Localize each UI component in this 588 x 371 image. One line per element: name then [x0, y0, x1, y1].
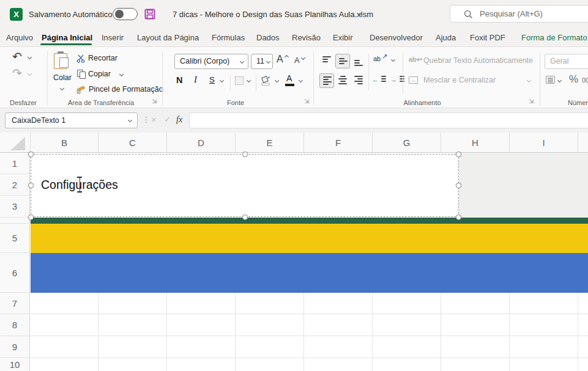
orientation-button[interactable]: ab	[373, 55, 381, 62]
borders-dropdown-icon[interactable]	[247, 78, 251, 83]
tab-pagina-inicial[interactable]: Página Inicial	[42, 33, 92, 42]
resize-handle-top-middle[interactable]	[242, 152, 248, 157]
italic-button[interactable]: I	[194, 75, 197, 85]
paste-button[interactable]: Colar	[50, 51, 75, 97]
merge-center-dropdown-icon[interactable]	[527, 78, 531, 83]
copy-dropdown-icon[interactable]	[119, 72, 124, 76]
font-size-combo[interactable]: 11	[251, 54, 273, 69]
autosave-toggle[interactable]	[113, 8, 138, 20]
tab-desenvolvedor[interactable]: Desenvolvedor	[370, 33, 423, 42]
column-header-B[interactable]: B	[31, 133, 99, 152]
font-color-dropdown-icon[interactable]	[299, 78, 303, 83]
row-header-2[interactable]: 2	[0, 174, 30, 196]
select-all-corner[interactable]	[0, 133, 31, 152]
cells-grey-region[interactable]	[459, 153, 588, 218]
alignment-dialog-launcher-icon[interactable]: ⇲	[529, 98, 534, 105]
row-header-4[interactable]	[0, 218, 30, 224]
underline-dropdown-icon[interactable]	[220, 78, 224, 83]
tab-forma-de-formato[interactable]: Forma de Formato	[521, 33, 587, 42]
align-right-button[interactable]	[351, 73, 366, 88]
column-header-partial[interactable]	[578, 133, 588, 152]
clipboard-dialog-launcher-icon[interactable]: ⇲	[152, 98, 157, 105]
resize-handle-top-right[interactable]	[456, 152, 461, 157]
row-4-green-band[interactable]	[31, 218, 588, 224]
fill-color-icon[interactable]	[261, 75, 272, 86]
format-painter-button[interactable]: Pincel de Formatação	[89, 85, 163, 94]
textbox-shape[interactable]: Configurações	[31, 154, 459, 217]
row-header-7[interactable]: 7	[0, 293, 30, 314]
search-box[interactable]: Pesquisar (Alt+G)	[450, 5, 588, 23]
row-header-1[interactable]: 1	[0, 153, 30, 174]
row-5-yellow-band[interactable]	[31, 224, 588, 253]
align-left-button[interactable]	[319, 73, 334, 88]
column-header-F[interactable]: F	[304, 133, 373, 152]
merge-center-button[interactable]: Mesclar e Centralizar	[423, 76, 496, 84]
font-color-button[interactable]: A	[286, 73, 292, 83]
grow-font-button[interactable]: A	[277, 54, 283, 65]
thousands-separator-button[interactable]: 000	[582, 76, 588, 84]
column-header-G[interactable]: G	[373, 133, 441, 152]
fill-color-dropdown-icon[interactable]	[275, 78, 279, 83]
row-header-8[interactable]: 8	[0, 314, 30, 336]
insert-function-button[interactable]: fx	[176, 115, 182, 125]
align-bottom-button[interactable]	[351, 54, 366, 68]
column-header-C[interactable]: C	[99, 133, 167, 152]
copy-button[interactable]: Copiar	[88, 70, 111, 78]
font-dialog-launcher-icon[interactable]: ⇲	[304, 98, 309, 105]
tab-layout-da-pagina[interactable]: Layout da Página	[137, 33, 199, 42]
column-header-label: B	[61, 138, 67, 148]
formula-bar-grip-icon[interactable]: ⋮	[143, 116, 150, 124]
column-header-D[interactable]: D	[167, 133, 236, 152]
confirm-entry-icon[interactable]: ✓	[164, 115, 171, 124]
row-header-3[interactable]: 3	[0, 196, 30, 218]
number-format-combo[interactable]: Geral	[545, 54, 588, 69]
tab-foxit-pdf[interactable]: Foxit PDF	[470, 33, 505, 42]
align-top-button[interactable]	[319, 54, 334, 68]
undo-dropdown-icon[interactable]	[28, 55, 32, 59]
bold-button[interactable]: N	[176, 75, 182, 85]
resize-handle-bottom-right[interactable]	[456, 215, 461, 220]
resize-handle-bottom-left[interactable]	[28, 215, 34, 220]
save-icon[interactable]	[144, 9, 155, 20]
underline-button[interactable]: S	[209, 75, 215, 84]
column-header-H[interactable]: H	[441, 133, 510, 152]
tab-arquivo[interactable]: Arquivo	[6, 33, 33, 42]
document-title[interactable]: 7 dicas - Melhore o Design das Suas Plan…	[173, 10, 373, 19]
accounting-format-icon[interactable]	[546, 76, 555, 84]
tab-exibir[interactable]: Exibir	[333, 33, 353, 42]
column-header-I[interactable]: I	[510, 133, 578, 152]
row-6-blue-band[interactable]	[31, 253, 588, 293]
shrink-font-button[interactable]: A	[294, 56, 300, 65]
orientation-dropdown-icon[interactable]	[391, 57, 395, 62]
tab-dados[interactable]: Dados	[256, 33, 280, 42]
tab-formulas[interactable]: Fórmulas	[212, 33, 245, 42]
cancel-entry-icon[interactable]: ×	[151, 114, 157, 125]
redo-icon[interactable]: ↷	[12, 66, 22, 80]
redo-dropdown-icon[interactable]	[28, 72, 32, 76]
align-middle-button[interactable]	[335, 54, 350, 68]
formula-input[interactable]	[189, 112, 588, 128]
resize-handle-middle-right[interactable]	[456, 183, 461, 188]
row-header-9[interactable]: 9	[0, 336, 30, 358]
undo-icon[interactable]: ↶	[12, 50, 22, 64]
percent-style-button[interactable]: %	[569, 73, 578, 86]
tab-inserir[interactable]: Inserir	[102, 33, 124, 42]
paste-dropdown-icon[interactable]	[60, 86, 64, 90]
excel-logo-icon[interactable]: X	[10, 8, 23, 21]
resize-handle-middle-left[interactable]	[28, 183, 34, 188]
cut-button[interactable]: Recortar	[88, 54, 117, 62]
resize-handle-bottom-middle[interactable]	[242, 215, 248, 220]
tab-ajuda[interactable]: Ajuda	[436, 33, 456, 42]
resize-handle-top-left[interactable]	[28, 152, 34, 157]
accounting-dropdown-icon[interactable]	[557, 78, 562, 83]
wrap-text-button[interactable]: Quebrar Texto Automaticamente	[423, 56, 533, 65]
row-header-5[interactable]: 5	[0, 224, 30, 253]
tab-revisao[interactable]: Revisão	[292, 33, 321, 42]
row-header-6[interactable]: 6	[0, 253, 30, 293]
row-header-10[interactable]: 10	[0, 358, 30, 371]
name-box[interactable]: CaixaDeTexto 1	[5, 112, 138, 128]
column-header-E[interactable]: E	[236, 133, 304, 152]
borders-icon[interactable]	[235, 76, 244, 85]
align-center-button[interactable]	[335, 73, 350, 88]
font-name-combo[interactable]: Calibri (Corpo)	[174, 54, 248, 69]
